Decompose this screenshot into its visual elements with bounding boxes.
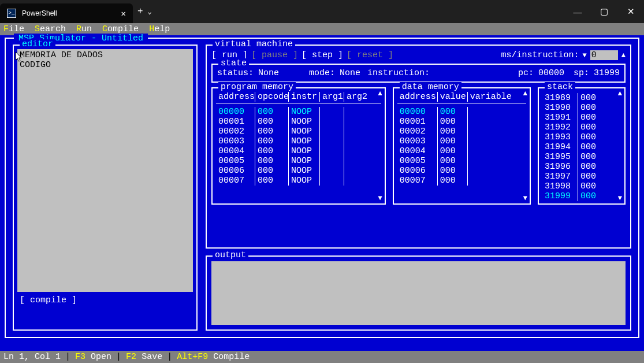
table-row[interactable]: 31996000 — [542, 162, 621, 172]
compile-button[interactable]: [ compile ] — [20, 295, 191, 305]
mode-value: None — [340, 68, 363, 78]
table-row[interactable]: 00003000NOOP — [216, 136, 381, 146]
table-row[interactable]: 31993000 — [542, 132, 621, 142]
pm-h-arg2: arg2 — [344, 92, 368, 102]
pc-value: 00000 — [538, 68, 564, 78]
status-value: None — [258, 68, 304, 78]
editor-panel: editor MEMORIA DE DADOS CODIGO [ compile… — [13, 45, 198, 331]
table-row[interactable]: 00002000 — [397, 127, 526, 136]
powershell-icon: >_ — [7, 9, 16, 18]
table-row[interactable]: 00005000NOOP — [216, 156, 381, 166]
close-tab-icon[interactable]: ✕ — [121, 9, 126, 18]
vm-title: virtual machine — [213, 39, 295, 49]
f3-label: Open — [91, 352, 111, 362]
cursor-position: Ln 1, Col 1 — [3, 352, 61, 362]
table-row[interactable]: 31989000 — [542, 93, 621, 103]
table-row[interactable]: 00006000NOOP — [216, 166, 381, 176]
maximize-button[interactable]: ▢ — [591, 0, 617, 23]
table-row[interactable]: 00007000NOOP — [216, 176, 381, 186]
table-row[interactable]: 00002000NOOP — [216, 127, 381, 136]
pm-scroll-up-icon[interactable]: ▲ — [378, 90, 382, 98]
pm-h-address: address — [216, 92, 255, 102]
table-row[interactable]: 00005000 — [397, 156, 526, 166]
editor-textarea[interactable]: MEMORIA DE DADOS CODIGO — [17, 49, 193, 292]
table-row[interactable]: 00006000 — [397, 166, 526, 176]
step-button[interactable]: [ step ] — [301, 50, 343, 60]
table-row[interactable]: 00007000 — [397, 176, 526, 186]
f3-key: F3 — [75, 352, 85, 362]
menu-run[interactable]: Run — [76, 24, 92, 34]
table-row[interactable]: 31990000 — [542, 103, 621, 113]
pm-scroll-down-icon[interactable]: ▼ — [378, 194, 382, 202]
mode-label: mode: — [309, 68, 335, 78]
instr-label: instruction: — [367, 68, 431, 78]
menu-file[interactable]: File — [3, 24, 24, 34]
speed-up-icon[interactable]: ▲ — [621, 51, 626, 60]
window-controls: — ▢ ✕ — [564, 0, 644, 23]
state-panel: state status: None mode: None instructio… — [211, 64, 626, 83]
output-textarea[interactable] — [211, 261, 626, 325]
status-label: status: — [217, 68, 254, 78]
terminal-tab[interactable]: >_ PowerShell ✕ — [0, 3, 133, 23]
table-row[interactable]: 00001000 — [397, 117, 526, 127]
table-row[interactable]: 31997000 — [542, 172, 621, 182]
output-panel: output — [206, 255, 631, 331]
table-row[interactable]: 00000000 — [397, 107, 526, 117]
stack-scroll-up-icon[interactable]: ▲ — [618, 90, 622, 98]
pm-h-instr: instr — [289, 92, 320, 102]
table-row[interactable]: 31995000 — [542, 152, 621, 162]
table-row[interactable]: 00004000 — [397, 146, 526, 156]
dm-scroll-down-icon[interactable]: ▼ — [523, 194, 527, 202]
table-row[interactable]: 31991000 — [542, 113, 621, 123]
altf9-key: Alt+F9 — [177, 352, 208, 362]
pc-label: pc: — [518, 68, 534, 78]
sp-label: sp: — [574, 68, 589, 78]
data-memory-panel: data memory ▲ address value variable 000… — [393, 87, 531, 205]
f2-label: Save — [142, 352, 162, 362]
table-row[interactable]: 00001000NOOP — [216, 117, 381, 127]
stack-panel: stack ▲ 31989000319900003199100031992000… — [538, 87, 626, 205]
table-row[interactable]: 00004000NOOP — [216, 146, 381, 156]
state-title: state — [218, 58, 249, 68]
dm-scroll-up-icon[interactable]: ▲ — [523, 90, 527, 98]
window-titlebar: >_ PowerShell ✕ + ⌄ — ▢ ✕ — [0, 0, 644, 23]
table-row[interactable]: 31994000 — [542, 142, 621, 152]
table-row[interactable]: 00003000 — [397, 136, 526, 146]
stack-scroll-down-icon[interactable]: ▼ — [618, 194, 622, 202]
menu-search[interactable]: Search — [35, 24, 66, 34]
dm-h-variable: variable — [468, 92, 513, 102]
dm-h-address: address — [397, 92, 438, 102]
table-row[interactable]: 00000000NOOP — [216, 107, 381, 117]
menu-help[interactable]: Help — [149, 24, 170, 34]
vm-panel: virtual machine [ run ] [ pause ] [ step… — [206, 45, 631, 249]
output-title: output — [213, 250, 248, 260]
new-tab-button[interactable]: + — [137, 6, 143, 17]
table-row[interactable]: 31992000 — [542, 123, 621, 132]
minimize-button[interactable]: — — [564, 0, 591, 23]
app-root: File Search Run Compile Help MSP Simulat… — [0, 23, 644, 363]
editor-title: editor — [20, 39, 55, 49]
stack-title: stack — [545, 82, 575, 92]
speed-down-icon[interactable]: ▼ — [583, 51, 587, 60]
menu-compile[interactable]: Compile — [102, 24, 139, 34]
speed-value[interactable]: 0 — [590, 50, 618, 60]
program-memory-panel: program memory ▲ address opcode instr ar… — [211, 87, 386, 205]
table-row[interactable]: 31999000 — [542, 191, 621, 201]
speed-label: ms/instruction: — [501, 50, 579, 60]
tab-title: PowerShell — [22, 9, 116, 17]
altf9-label: Compile — [213, 352, 250, 362]
dm-title: data memory — [400, 82, 461, 92]
pm-h-opcode: opcode — [255, 92, 289, 102]
status-bar: Ln 1, Col 1 | F3 Open | F2 Save | Alt+F9… — [0, 351, 644, 363]
sp-value: 31999 — [594, 68, 620, 78]
dm-h-value: value — [438, 92, 468, 102]
pause-button[interactable]: [ pause ] — [251, 50, 298, 60]
f2-key: F2 — [126, 352, 136, 362]
pm-h-arg1: arg1 — [320, 92, 344, 102]
reset-button[interactable]: [ reset ] — [347, 50, 393, 60]
close-window-button[interactable]: ✕ — [617, 0, 644, 23]
table-row[interactable]: 31998000 — [542, 182, 621, 191]
tab-dropdown-icon[interactable]: ⌄ — [148, 8, 152, 16]
pm-title: program memory — [218, 82, 296, 92]
